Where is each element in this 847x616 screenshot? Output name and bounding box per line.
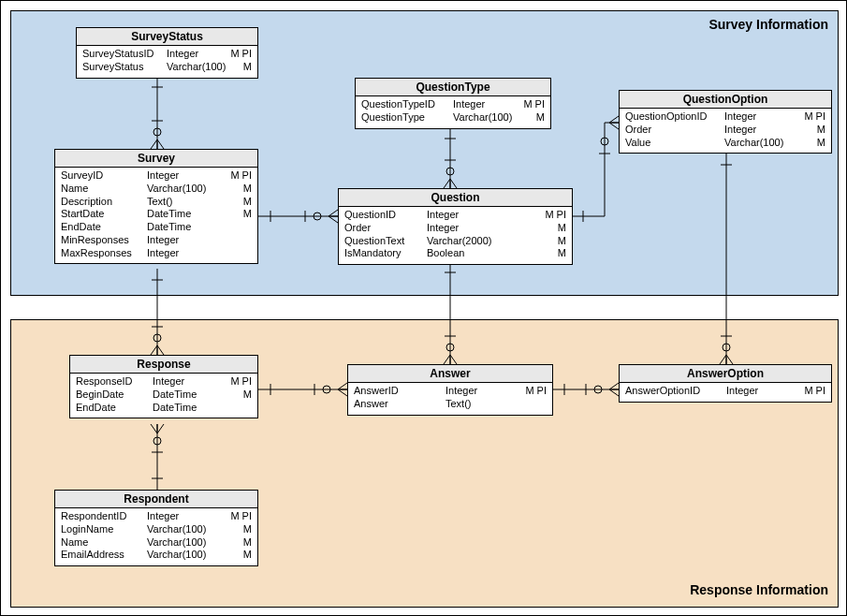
attr-flags: M PI: [525, 385, 547, 398]
attr-flags: M PI: [804, 385, 825, 398]
attr-name: StartDate: [61, 208, 147, 221]
attr-name: EndDate: [76, 402, 153, 415]
attr-type: DateTime: [153, 389, 243, 402]
attr-type: Integer: [147, 247, 252, 260]
attr-row: QuestionIDIntegerM PI: [344, 209, 566, 222]
entity-answeroption-title: AnswerOption: [620, 365, 831, 383]
entity-respondent-title: Respondent: [55, 491, 257, 508]
entity-questionoption-title: QuestionOption: [620, 91, 831, 109]
attr-flags: M PI: [230, 169, 252, 183]
attr-row: SurveyStatusIDIntegerM PI: [82, 48, 252, 61]
attr-type: Varchar(100): [147, 183, 243, 196]
attr-flags: M: [558, 235, 566, 248]
attr-name: QuestionType: [361, 111, 453, 125]
attr-row: LoginNameVarchar(100)M: [61, 523, 252, 536]
entity-surveystatus-body: SurveyStatusIDIntegerM PISurveyStatusVar…: [77, 46, 257, 78]
attr-row: QuestionOptionIDIntegerM PI: [625, 110, 825, 124]
attr-name: QuestionID: [344, 209, 427, 222]
attr-name: BeginDate: [76, 389, 153, 402]
entity-respondent: Respondent RespondentIDIntegerM PILoginN…: [54, 490, 258, 566]
entity-question-body: QuestionIDIntegerM PIOrderIntegerMQuesti…: [339, 207, 572, 264]
attr-flags: M: [243, 536, 252, 550]
attr-flags: M: [243, 549, 252, 562]
attr-type: Integer: [153, 375, 230, 389]
entity-surveystatus-title: SurveyStatus: [77, 28, 257, 46]
attr-name: SurveyStatus: [82, 61, 167, 74]
attr-row: ResponseIDIntegerM PI: [76, 375, 252, 389]
attr-row: EndDateDateTime: [76, 402, 252, 415]
attr-name: EndDate: [61, 221, 147, 234]
entity-survey-title: Survey: [55, 150, 257, 168]
attr-flags: M PI: [230, 375, 252, 389]
entity-questiontype-title: QuestionType: [356, 79, 550, 96]
attr-name: Name: [61, 183, 147, 196]
entity-answer-title: Answer: [348, 365, 552, 383]
attr-row: SurveyIDIntegerM PI: [61, 169, 252, 183]
entity-questionoption-body: QuestionOptionIDIntegerM PIOrderIntegerM…: [620, 109, 831, 153]
attr-row: AnswerIDIntegerM PI: [354, 385, 547, 398]
attr-type: Integer: [453, 98, 523, 111]
attr-row: QuestionTypeIDIntegerM PI: [361, 98, 545, 111]
entity-survey-body: SurveyIDIntegerM PINameVarchar(100)MDesc…: [55, 168, 257, 263]
attr-name: Description: [61, 196, 147, 209]
attr-type: DateTime: [153, 402, 252, 415]
attr-flags: M PI: [230, 510, 252, 523]
attr-type: Text(): [445, 398, 547, 411]
attr-type: Integer: [427, 209, 545, 222]
attr-type: Integer: [147, 169, 230, 183]
attr-type: Integer: [724, 124, 817, 137]
attr-name: SurveyID: [61, 169, 147, 183]
attr-type: Varchar(2000): [427, 235, 558, 248]
attr-name: Name: [61, 536, 147, 550]
attr-flags: M: [558, 247, 566, 260]
attr-type: Text(): [147, 196, 243, 209]
attr-type: Integer: [147, 234, 252, 247]
attr-type: Integer: [167, 48, 230, 61]
attr-flags: M: [817, 137, 825, 150]
entity-response: Response ResponseIDIntegerM PIBeginDateD…: [69, 355, 258, 418]
attr-name: IsMandatory: [344, 247, 427, 260]
attr-type: DateTime: [147, 208, 243, 221]
attr-name: SurveyStatusID: [82, 48, 167, 61]
attr-name: ResponseID: [76, 375, 153, 389]
attr-type: Varchar(100): [147, 536, 243, 550]
attr-type: Integer: [427, 222, 558, 235]
attr-name: Order: [625, 124, 724, 137]
attr-row: IsMandatoryBooleanM: [344, 247, 566, 260]
attr-row: OrderIntegerM: [344, 222, 566, 235]
entity-respondent-body: RespondentIDIntegerM PILoginNameVarchar(…: [55, 508, 257, 565]
attr-row: AnswerText(): [354, 398, 547, 411]
attr-flags: M PI: [230, 48, 252, 61]
attr-name: Answer: [354, 398, 445, 411]
region-response-title: Response Information: [690, 582, 828, 597]
entity-survey: Survey SurveyIDIntegerM PINameVarchar(10…: [54, 149, 258, 264]
attr-flags: M: [558, 222, 566, 235]
attr-type: Boolean: [427, 247, 558, 260]
attr-row: StartDateDateTimeM: [61, 208, 252, 221]
attr-type: Varchar(100): [147, 523, 243, 536]
attr-flags: M: [243, 61, 252, 74]
attr-flags: M PI: [545, 209, 566, 222]
attr-name: QuestionText: [344, 235, 427, 248]
attr-name: QuestionTypeID: [361, 98, 453, 111]
attr-row: EmailAddressVarchar(100)M: [61, 549, 252, 562]
attr-row: BeginDateDateTimeM: [76, 389, 252, 402]
attr-row: SurveyStatusVarchar(100)M: [82, 61, 252, 74]
er-diagram-canvas: Survey Information Response Information: [0, 0, 847, 616]
attr-type: Integer: [445, 385, 525, 398]
attr-type: Varchar(100): [724, 137, 817, 150]
attr-row: AnswerOptionIDIntegerM PI: [625, 385, 825, 398]
attr-row: ValueVarchar(100)M: [625, 137, 825, 150]
attr-flags: M: [243, 523, 252, 536]
attr-row: EndDateDateTime: [61, 221, 252, 234]
attr-flags: M: [817, 124, 825, 137]
attr-flags: M PI: [523, 98, 545, 111]
attr-name: AnswerOptionID: [625, 385, 726, 398]
attr-flags: M: [243, 389, 252, 402]
attr-name: MaxResponses: [61, 247, 147, 260]
attr-row: DescriptionText()M: [61, 196, 252, 209]
attr-row: OrderIntegerM: [625, 124, 825, 137]
attr-name: RespondentID: [61, 510, 147, 523]
attr-flags: M: [243, 183, 252, 196]
attr-flags: M PI: [804, 110, 825, 124]
